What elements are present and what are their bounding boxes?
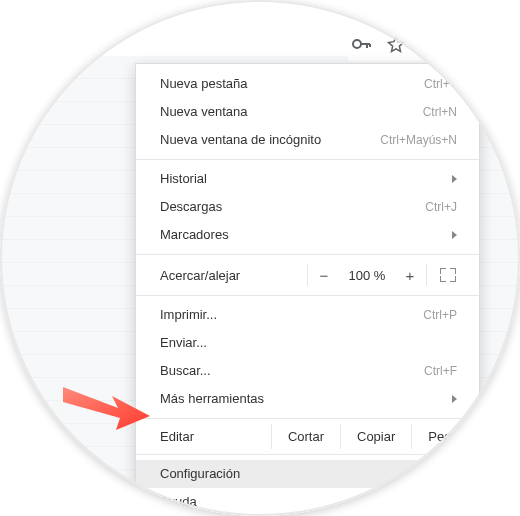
menu-shortcut: Ctrl+P (423, 306, 457, 324)
menu-edit: Editar Cortar Copiar Pegar (136, 424, 479, 449)
menu-label: Imprimir... (160, 306, 217, 324)
menu-print[interactable]: Imprimir... Ctrl+P (136, 301, 479, 329)
zoom-value: 100 % (340, 268, 394, 283)
menu-shortcut: Ctrl+T (424, 75, 457, 93)
menu-label: Nueva ventana de incógnito (160, 131, 321, 149)
menu-label: Marcadores (160, 226, 229, 244)
menu-separator (136, 159, 479, 160)
menu-label: Descargas (160, 198, 222, 216)
menu-more-tools[interactable]: Más herramientas (136, 385, 479, 413)
zoom-in-button[interactable]: + (394, 265, 426, 286)
edit-label: Editar (160, 424, 271, 449)
menu-label: Nueva ventana (160, 103, 247, 121)
zoom-out-button[interactable]: − (308, 265, 340, 286)
menu-shortcut: Ctrl+J (425, 198, 457, 216)
chevron-right-icon (452, 231, 457, 239)
menu-label: Historial (160, 170, 207, 188)
menu-separator (136, 295, 479, 296)
edit-cut-button[interactable]: Cortar (271, 424, 340, 449)
menu-downloads[interactable]: Descargas Ctrl+J (136, 193, 479, 221)
bookmark-star-icon[interactable] (386, 34, 406, 54)
svg-point-0 (353, 40, 361, 48)
menu-zoom: Acercar/alejar − 100 % + (136, 260, 479, 290)
menu-separator (136, 418, 479, 419)
extension-icon[interactable] (420, 34, 440, 54)
zoom-label: Acercar/alejar (160, 268, 307, 283)
menu-separator (136, 454, 479, 455)
edit-copy-button[interactable]: Copiar (340, 424, 411, 449)
fullscreen-button[interactable] (427, 268, 469, 282)
menu-label: Nueva pestaña (160, 75, 247, 93)
menu-shortcut: Ctrl+Mayús+N (380, 131, 457, 149)
menu-label: Ayuda (160, 493, 197, 511)
menu-new-window[interactable]: Nueva ventana Ctrl+N (136, 98, 479, 126)
menu-label: Configuración (160, 465, 240, 483)
menu-new-tab[interactable]: Nueva pestaña Ctrl+T (136, 70, 479, 98)
menu-label: Enviar... (160, 334, 207, 352)
menu-label: Más herramientas (160, 390, 264, 408)
menu-cast[interactable]: Enviar... (136, 329, 479, 357)
password-key-icon[interactable] (352, 34, 372, 54)
fullscreen-icon (440, 268, 456, 282)
chevron-right-icon (452, 175, 457, 183)
menu-history[interactable]: Historial (136, 165, 479, 193)
menu-find[interactable]: Buscar... Ctrl+F (136, 357, 479, 385)
edit-paste-button[interactable]: Pegar (411, 424, 479, 449)
menu-separator (136, 254, 479, 255)
menu-bookmarks[interactable]: Marcadores (136, 221, 479, 249)
chrome-menu-icon[interactable] (454, 31, 474, 57)
menu-incognito[interactable]: Nueva ventana de incógnito Ctrl+Mayús+N (136, 126, 479, 154)
menu-label: Buscar... (160, 362, 211, 380)
chevron-right-icon (452, 395, 457, 403)
menu-shortcut: Ctrl+F (424, 362, 457, 380)
chrome-main-menu: Nueva pestaña Ctrl+T Nueva ventana Ctrl+… (135, 63, 480, 516)
menu-help[interactable]: Ayuda (136, 488, 479, 516)
browser-toolbar (348, 27, 478, 61)
chevron-right-icon (452, 498, 457, 506)
menu-shortcut: Ctrl+N (423, 103, 457, 121)
menu-settings[interactable]: Configuración (136, 460, 479, 488)
